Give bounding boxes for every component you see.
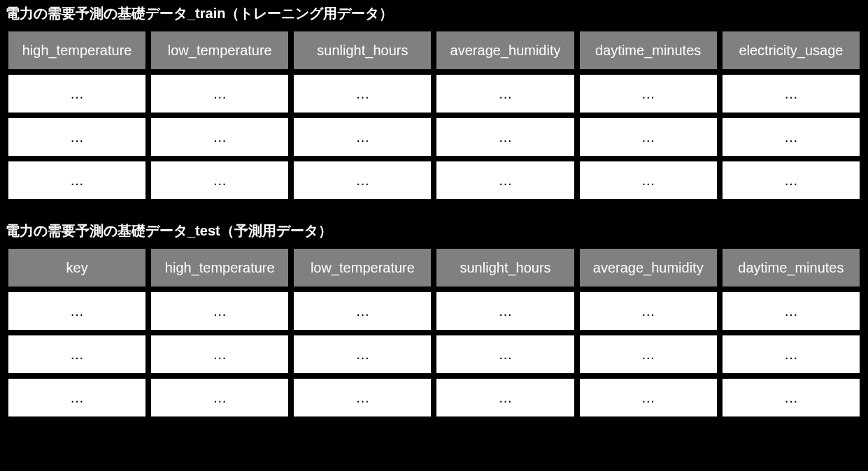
table-cell: … bbox=[151, 379, 288, 416]
table-row: … … … … … … bbox=[8, 118, 860, 156]
table-cell: … bbox=[723, 161, 860, 199]
table-cell: … bbox=[151, 292, 288, 330]
test-table-title: 電力の需要予測の基礎データ_test（予測用データ） bbox=[3, 217, 865, 243]
table-cell: … bbox=[294, 335, 431, 373]
train-table-title: 電力の需要予測の基礎データ_train（トレーニング用データ） bbox=[3, 0, 865, 26]
table-row: … … … … … … bbox=[8, 292, 860, 330]
table-cell: … bbox=[8, 379, 145, 416]
table-cell: … bbox=[8, 292, 145, 330]
table-cell: … bbox=[151, 335, 288, 373]
table-cell: … bbox=[151, 75, 288, 113]
test-table-header-row: key high_temperature low_temperature sun… bbox=[8, 249, 860, 287]
table-cell: … bbox=[294, 118, 431, 156]
train-col-header: average_humidity bbox=[436, 31, 574, 69]
test-col-header: daytime_minutes bbox=[723, 249, 860, 287]
table-cell: … bbox=[580, 379, 717, 416]
table-cell: … bbox=[436, 161, 574, 199]
train-col-header: low_temperature bbox=[151, 31, 288, 69]
table-cell: … bbox=[151, 161, 288, 199]
table-cell: … bbox=[436, 379, 574, 416]
test-col-header: low_temperature bbox=[294, 249, 431, 287]
table-cell: … bbox=[723, 379, 860, 416]
table-cell: … bbox=[436, 118, 574, 156]
test-col-header: high_temperature bbox=[151, 249, 288, 287]
test-col-header: key bbox=[8, 249, 145, 287]
table-cell: … bbox=[151, 118, 288, 156]
test-table-block: 電力の需要予測の基礎データ_test（予測用データ） key high_temp… bbox=[0, 217, 868, 422]
train-col-header: electricity_usage bbox=[723, 31, 860, 69]
table-cell: … bbox=[294, 161, 431, 199]
table-cell: … bbox=[8, 118, 145, 156]
table-cell: … bbox=[8, 161, 145, 199]
test-col-header: average_humidity bbox=[580, 249, 717, 287]
table-cell: … bbox=[8, 75, 145, 113]
table-cell: … bbox=[580, 161, 717, 199]
table-cell: … bbox=[723, 118, 860, 156]
table-cell: … bbox=[436, 75, 574, 113]
test-col-header: sunlight_hours bbox=[436, 249, 574, 287]
table-cell: … bbox=[723, 292, 860, 330]
table-cell: … bbox=[580, 292, 717, 330]
spacer bbox=[0, 205, 868, 217]
table-row: … … … … … … bbox=[8, 379, 860, 416]
table-cell: … bbox=[436, 292, 574, 330]
table-cell: … bbox=[436, 335, 574, 373]
table-cell: … bbox=[8, 335, 145, 373]
table-cell: … bbox=[294, 75, 431, 113]
test-table: key high_temperature low_temperature sun… bbox=[3, 243, 865, 422]
table-cell: … bbox=[294, 292, 431, 330]
train-table-header-row: high_temperature low_temperature sunligh… bbox=[8, 31, 860, 69]
table-row: … … … … … … bbox=[8, 75, 860, 113]
train-col-header: high_temperature bbox=[8, 31, 145, 69]
table-cell: … bbox=[580, 335, 717, 373]
train-col-header: sunlight_hours bbox=[294, 31, 431, 69]
table-row: … … … … … … bbox=[8, 161, 860, 199]
table-cell: … bbox=[723, 75, 860, 113]
table-row: … … … … … … bbox=[8, 335, 860, 373]
table-cell: … bbox=[723, 335, 860, 373]
table-cell: … bbox=[294, 379, 431, 416]
table-cell: … bbox=[580, 118, 717, 156]
train-table: high_temperature low_temperature sunligh… bbox=[3, 26, 865, 205]
table-cell: … bbox=[580, 75, 717, 113]
train-col-header: daytime_minutes bbox=[580, 31, 717, 69]
train-table-block: 電力の需要予測の基礎データ_train（トレーニング用データ） high_tem… bbox=[0, 0, 868, 205]
